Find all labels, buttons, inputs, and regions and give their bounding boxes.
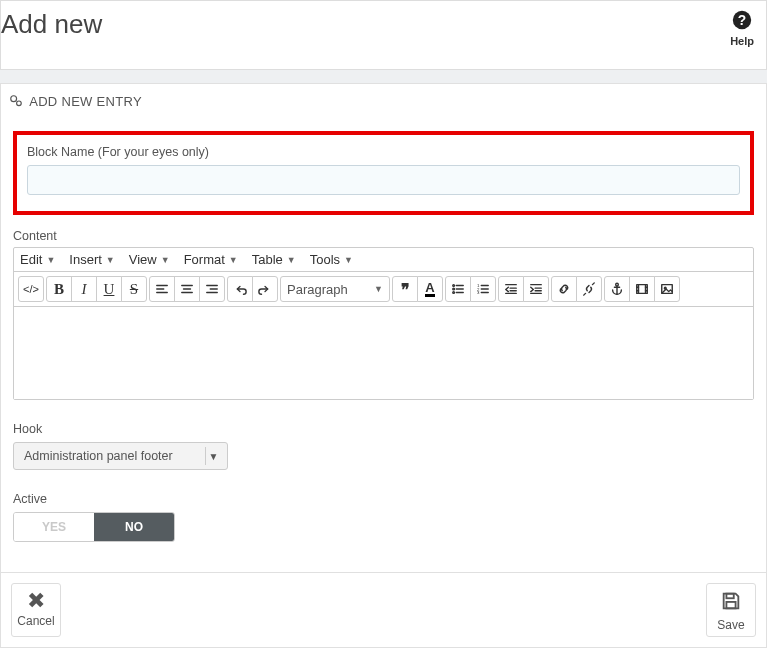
link-button[interactable] <box>551 276 577 302</box>
format-select[interactable]: Paragraph▼ <box>280 276 390 302</box>
menu-edit[interactable]: Edit▼ <box>20 252 55 267</box>
block-name-label: Block Name (For your eyes only) <box>27 145 740 159</box>
hook-select[interactable]: Administration panel footer ▼ <box>13 442 228 470</box>
menu-view[interactable]: View▼ <box>129 252 170 267</box>
add-entry-panel: ADD NEW ENTRY Block Name (For your eyes … <box>0 83 767 648</box>
media-button[interactable] <box>629 276 655 302</box>
svg-rect-47 <box>726 594 733 599</box>
block-name-input[interactable] <box>27 165 740 195</box>
spacer <box>0 70 767 83</box>
content-label: Content <box>13 229 754 243</box>
align-center-button[interactable] <box>174 276 200 302</box>
save-icon <box>711 590 751 616</box>
svg-text:?: ? <box>738 13 746 28</box>
anchor-button[interactable] <box>604 276 630 302</box>
active-label: Active <box>13 492 754 506</box>
source-code-button[interactable]: </> <box>18 276 44 302</box>
editor-content-area[interactable] <box>14 307 753 399</box>
svg-point-15 <box>453 292 455 294</box>
close-icon: ✖ <box>16 590 56 612</box>
blockquote-button[interactable]: ❞ <box>392 276 418 302</box>
svg-point-3 <box>17 101 22 106</box>
svg-rect-48 <box>726 602 735 608</box>
cogs-icon <box>9 94 23 108</box>
panel-heading-text: ADD NEW ENTRY <box>29 94 142 109</box>
undo-button[interactable] <box>227 276 253 302</box>
menu-format[interactable]: Format▼ <box>184 252 238 267</box>
help-icon: ? <box>730 9 754 35</box>
menu-table[interactable]: Table▼ <box>252 252 296 267</box>
hook-select-value: Administration panel footer <box>24 449 173 463</box>
toggle-no[interactable]: NO <box>94 513 174 541</box>
help-button[interactable]: ? Help <box>730 9 754 47</box>
panel-heading: ADD NEW ENTRY <box>1 84 766 119</box>
svg-point-14 <box>453 288 455 290</box>
image-button[interactable] <box>654 276 680 302</box>
block-name-highlight: Block Name (For your eyes only) <box>13 131 754 215</box>
rich-text-editor: Edit▼ Insert▼ View▼ Format▼ Table▼ Tools… <box>13 247 754 400</box>
redo-button[interactable] <box>252 276 278 302</box>
panel-footer: ✖ Cancel Save <box>1 572 766 647</box>
bullet-list-button[interactable] <box>445 276 471 302</box>
svg-line-34 <box>584 293 586 295</box>
active-toggle[interactable]: YES NO <box>13 512 175 542</box>
underline-button[interactable]: U <box>96 276 122 302</box>
menu-insert[interactable]: Insert▼ <box>69 252 114 267</box>
cancel-button[interactable]: ✖ Cancel <box>11 583 61 637</box>
save-button[interactable]: Save <box>706 583 756 637</box>
align-right-button[interactable] <box>199 276 225 302</box>
align-left-button[interactable] <box>149 276 175 302</box>
bold-button[interactable]: B <box>46 276 72 302</box>
italic-button[interactable]: I <box>71 276 97 302</box>
editor-menubar: Edit▼ Insert▼ View▼ Format▼ Table▼ Tools… <box>14 248 753 272</box>
strikethrough-button[interactable]: S <box>121 276 147 302</box>
chevron-down-icon: ▼ <box>205 447 221 465</box>
active-section: Active YES NO <box>13 492 754 542</box>
outdent-button[interactable] <box>498 276 524 302</box>
hook-label: Hook <box>13 422 754 436</box>
svg-text:3: 3 <box>477 290 480 295</box>
svg-point-2 <box>11 96 17 102</box>
help-label: Help <box>730 35 754 47</box>
svg-line-33 <box>593 283 595 285</box>
svg-point-13 <box>453 285 455 287</box>
hook-section: Hook Administration panel footer ▼ <box>13 422 754 470</box>
page-title: Add new <box>1 9 102 40</box>
editor-toolbar: </> B I U S Paragraph▼ ❞ <box>14 272 753 307</box>
unlink-button[interactable] <box>576 276 602 302</box>
indent-button[interactable] <box>523 276 549 302</box>
page-header: Add new ? Help <box>0 0 767 70</box>
text-color-button[interactable]: A <box>417 276 443 302</box>
menu-tools[interactable]: Tools▼ <box>310 252 353 267</box>
toggle-yes[interactable]: YES <box>14 513 94 541</box>
numbered-list-button[interactable]: 123 <box>470 276 496 302</box>
